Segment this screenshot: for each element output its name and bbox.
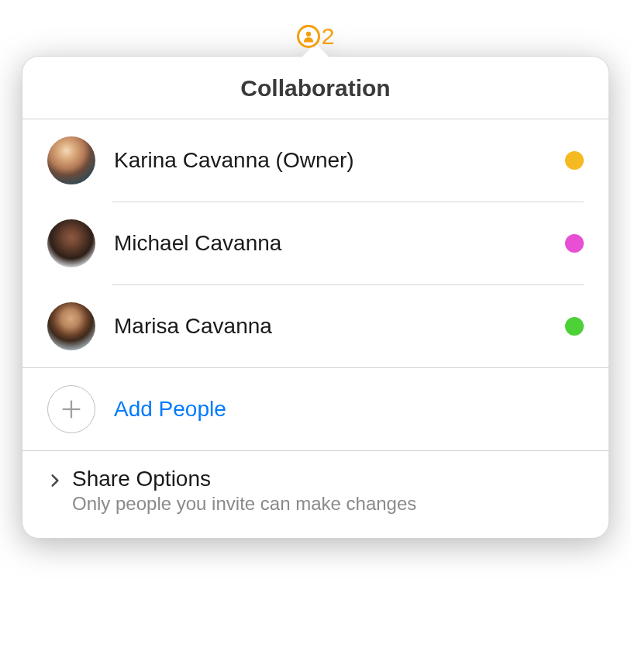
collaborator-row[interactable]: Michael Cavanna <box>47 202 584 284</box>
status-dot <box>565 234 584 253</box>
chevron-right-icon <box>47 473 63 488</box>
collaborator-name: Michael Cavanna <box>114 231 547 256</box>
collaborator-row[interactable]: Marisa Cavanna <box>47 285 584 367</box>
avatar <box>47 136 95 184</box>
share-options-subtitle: Only people you invite can make changes <box>72 493 416 515</box>
collaborator-name: Marisa Cavanna <box>114 314 547 339</box>
status-dot <box>565 151 584 170</box>
avatar <box>47 302 95 350</box>
add-people-label: Add People <box>114 397 226 422</box>
collaboration-badge[interactable]: 2 <box>0 23 631 50</box>
share-options-button[interactable]: Share Options Only people you invite can… <box>22 451 609 538</box>
svg-point-0 <box>306 32 311 36</box>
status-dot <box>565 317 584 336</box>
collaboration-count: 2 <box>322 23 335 50</box>
collaborator-row[interactable]: Karina Cavanna (Owner) <box>47 119 584 202</box>
avatar <box>47 219 95 267</box>
plus-circle-icon <box>47 385 95 433</box>
add-people-button[interactable]: Add People <box>22 368 609 450</box>
collaborator-name: Karina Cavanna (Owner) <box>114 148 547 173</box>
person-silhouette-icon <box>297 25 320 48</box>
share-options-title: Share Options <box>72 467 416 491</box>
collaboration-popover: Collaboration Karina Cavanna (Owner) Mic… <box>22 56 609 539</box>
popover-title: Collaboration <box>22 57 609 119</box>
